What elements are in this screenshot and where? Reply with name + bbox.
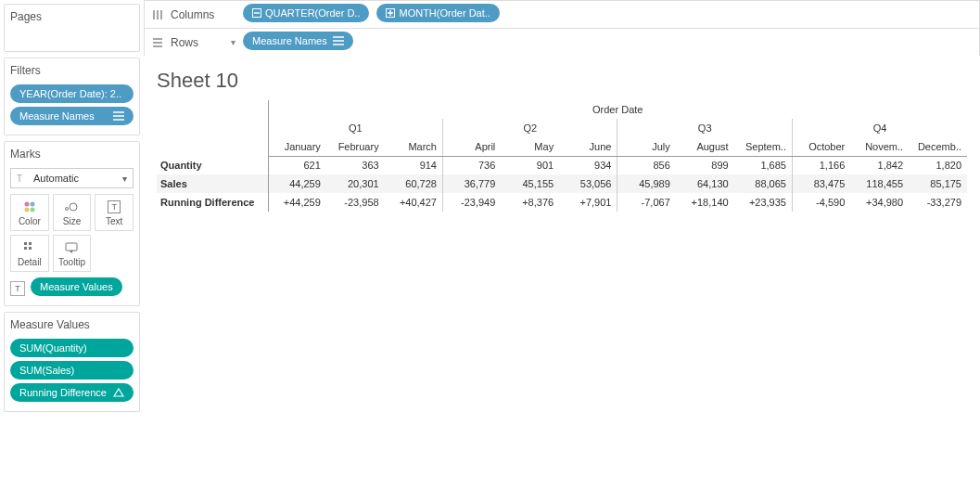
table-cell[interactable]: +34,980 [850,193,909,212]
table-cell[interactable]: 83,475 [792,174,850,193]
table-cell[interactable]: 856 [617,156,676,174]
measure-values-row: T Measure Values [10,277,134,300]
table-cell[interactable]: 914 [385,156,443,174]
bars-icon [333,36,344,45]
detail-button[interactable]: Detail [10,235,49,272]
filter-pill-measure-names-label: Measure Names [19,110,95,122]
table-cell[interactable]: +7,901 [559,193,617,212]
month-header[interactable]: January [268,137,326,156]
table-cell[interactable]: 1,166 [792,156,850,174]
table-cell[interactable]: -23,958 [326,193,385,212]
month-header[interactable]: June [559,137,617,156]
month-header[interactable]: March [385,137,443,156]
color-icon [23,200,36,214]
quarter-header[interactable]: Q2 [442,119,617,137]
measure-values-title: Measure Values [10,318,134,331]
table-cell[interactable]: 934 [559,156,617,174]
svg-point-4 [30,207,34,212]
size-label: Size [63,216,81,226]
month-header[interactable]: February [326,137,385,156]
table-cell[interactable]: 53,056 [559,174,617,193]
table-cell[interactable]: -4,590 [792,193,850,212]
svg-rect-8 [29,242,32,245]
svg-rect-7 [24,242,27,245]
quarter-header[interactable]: Q1 [268,119,442,137]
table-cell[interactable]: +23,935 [734,193,793,212]
month-header[interactable]: April [442,137,501,156]
row-label[interactable]: Running Difference [157,193,268,212]
mv-pill-running-diff[interactable]: Running Difference [10,383,134,402]
table-cell[interactable]: 88,065 [734,174,793,193]
svg-point-2 [30,201,34,206]
blank-header [157,100,268,119]
rows-text: Rows [171,36,198,49]
table-cell[interactable]: +40,427 [385,193,443,212]
columns-pill-quarter[interactable]: QUARTER(Order D.. [243,4,369,22]
svg-text:T: T [17,174,22,184]
table-cell[interactable]: 899 [676,156,734,174]
blank-header [157,137,268,156]
marks-title: Marks [10,148,134,161]
svg-point-5 [66,207,69,210]
month-header[interactable]: May [501,137,559,156]
table-cell[interactable]: -23,949 [442,193,501,212]
row-label[interactable]: Quantity [157,156,268,174]
table-cell[interactable]: 60,728 [385,174,443,193]
plus-box-icon [386,8,395,18]
month-header[interactable]: Novem.. [850,137,909,156]
tooltip-button[interactable]: Tooltip [53,235,92,272]
pages-title: Pages [10,10,134,23]
mv-pill-sales[interactable]: SUM(Sales) [10,361,134,380]
detail-icon [23,240,36,255]
table-cell[interactable]: 44,259 [268,174,326,193]
text-box-icon: T [10,281,25,296]
text-button[interactable]: T Text [95,194,134,231]
table-cell[interactable]: +8,376 [501,193,559,212]
size-button[interactable]: Size [53,194,92,231]
color-button[interactable]: Color [10,194,49,231]
marks-type-dropdown[interactable]: T Automatic ▾ [10,168,134,188]
month-header[interactable]: August [676,137,734,156]
mv-pill-quantity[interactable]: SUM(Quantity) [10,339,134,357]
table-row: Quantity6213639147369019348568991,6851,1… [157,156,967,174]
table-cell[interactable]: 45,155 [501,174,559,193]
table-cell[interactable]: 45,989 [617,174,676,193]
filter-pill-measure-names[interactable]: Measure Names [10,107,134,125]
table-cell[interactable]: -33,279 [909,193,967,212]
rows-shelf[interactable]: Rows ▾ Measure Names [144,28,980,56]
rows-icon [152,37,163,48]
month-header[interactable]: Decemb.. [909,137,967,156]
table-cell[interactable]: 901 [501,156,559,174]
quarter-header[interactable]: Q3 [617,119,792,137]
month-header[interactable]: July [617,137,676,156]
row-label[interactable]: Sales [157,174,268,193]
text-icon: T [17,173,28,184]
rows-pill-measure-names[interactable]: Measure Names [243,32,353,50]
columns-shelf[interactable]: Columns QUARTER(Order D.. MONTH(Order Da… [144,0,980,28]
table-cell[interactable]: +44,259 [268,193,326,212]
table-cell[interactable]: 85,175 [909,174,967,193]
table-cell[interactable]: 363 [326,156,385,174]
table-cell[interactable]: -7,067 [617,193,676,212]
table-cell[interactable]: 36,779 [442,174,501,193]
filter-pill-year[interactable]: YEAR(Order Date): 2.. [10,84,134,103]
filters-title: Filters [10,64,134,77]
detail-label: Detail [18,257,42,267]
marks-type-label: Automatic [33,173,79,184]
svg-point-3 [24,207,29,212]
table-cell[interactable]: 1,820 [909,156,967,174]
quarter-header[interactable]: Q4 [792,119,967,137]
table-cell[interactable]: 736 [442,156,501,174]
table-cell[interactable]: 1,842 [850,156,909,174]
month-header[interactable]: October [792,137,850,156]
table-cell[interactable]: +18,140 [676,193,734,212]
columns-pill-month[interactable]: MONTH(Order Dat.. [376,4,499,22]
measure-values-pill[interactable]: Measure Values [31,277,122,296]
table-cell[interactable]: 64,130 [676,174,734,193]
month-header[interactable]: Septem.. [734,137,793,156]
table-cell[interactable]: 621 [268,156,326,174]
table-cell[interactable]: 20,301 [326,174,385,193]
sheet-title: Sheet 10 [157,69,967,93]
table-cell[interactable]: 1,685 [734,156,793,174]
table-cell[interactable]: 118,455 [850,174,909,193]
